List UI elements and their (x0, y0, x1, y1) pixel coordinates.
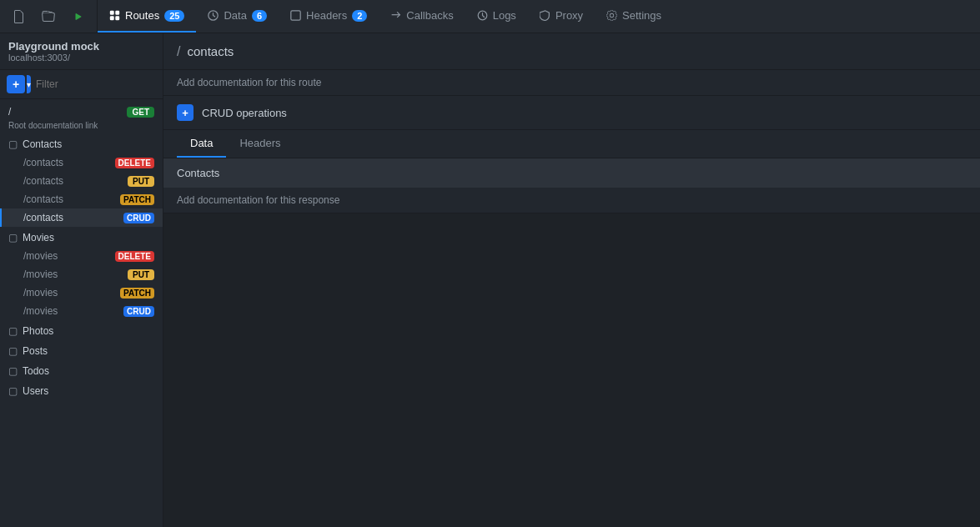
tab-settings-label: Settings (622, 9, 661, 22)
contacts-crud-badge: CRUD (123, 213, 154, 223)
svg-rect-1 (291, 11, 300, 20)
movies-put-badge: PUT (128, 269, 154, 280)
movies-patch-route[interactable]: /movies PATCH (0, 284, 163, 302)
todos-group: ▢ Todos (0, 362, 163, 380)
content-tab-data-label: Data (190, 137, 213, 149)
tab-data-badge: 6 (252, 10, 267, 22)
add-route-dropdown[interactable]: ▾ (27, 75, 31, 93)
response-section: Contacts Add documentation for this resp… (163, 158, 980, 213)
tab-routes-label: Routes (125, 9, 159, 22)
play-icon-btn[interactable] (67, 5, 90, 28)
movies-group-header[interactable]: ▢ Movies (0, 228, 163, 247)
sidebar: Playground mock localhost:3003/ + ▾ / GE… (0, 33, 163, 527)
contacts-delete-route[interactable]: /contacts DELETE (0, 153, 163, 172)
movies-put-label: /movies (23, 269, 58, 280)
contacts-group-label: Contacts (23, 138, 62, 150)
contacts-put-label: /contacts (23, 175, 63, 187)
tab-proxy[interactable]: Proxy (528, 0, 595, 33)
contacts-crud-label: /contacts (23, 212, 63, 223)
filter-input[interactable] (36, 78, 161, 90)
tab-settings[interactable]: Settings (595, 0, 673, 33)
movies-delete-badge: DELETE (115, 251, 154, 262)
contacts-patch-label: /contacts (23, 193, 63, 205)
tab-callbacks[interactable]: Callbacks (379, 0, 465, 33)
tab-data[interactable]: Data 6 (196, 0, 279, 33)
top-nav: Routes 25 Data 6 Headers 2 Callbacks Log… (0, 0, 980, 33)
route-doc-placeholder[interactable]: Add documentation for this route (163, 70, 980, 96)
movies-delete-route[interactable]: /movies DELETE (0, 247, 163, 265)
movies-delete-label: /movies (23, 250, 58, 262)
content-tab-headers-label: Headers (239, 137, 280, 149)
icon-group (0, 0, 98, 33)
main-layout: Playground mock localhost:3003/ + ▾ / GE… (0, 33, 980, 527)
route-slash: / (177, 44, 180, 59)
contacts-patch-badge: PATCH (120, 194, 154, 205)
response-doc-placeholder[interactable]: Add documentation for this response (163, 188, 980, 213)
tab-logs[interactable]: Logs (465, 0, 528, 33)
tab-logs-label: Logs (493, 9, 516, 22)
add-route-button[interactable]: + (7, 75, 25, 93)
content-tab-data[interactable]: Data (177, 130, 226, 158)
tab-callbacks-label: Callbacks (406, 9, 453, 22)
contacts-group-header[interactable]: ▢ Contacts (0, 135, 163, 153)
users-folder-icon: ▢ (8, 385, 18, 397)
users-group-header[interactable]: ▢ Users (0, 382, 163, 400)
movies-put-route[interactable]: /movies PUT (0, 265, 163, 284)
nav-tabs: Routes 25 Data 6 Headers 2 Callbacks Log… (98, 0, 980, 33)
photos-folder-icon: ▢ (8, 325, 18, 337)
route-name: contacts (187, 44, 234, 58)
root-route-item[interactable]: / GET (0, 103, 163, 121)
users-group: ▢ Users (0, 382, 163, 400)
content-area: / contacts Add documentation for this ro… (163, 33, 980, 527)
sidebar-tree: / GET Root documentation link ▢ Contacts… (0, 99, 163, 527)
contacts-delete-label: /contacts (23, 157, 63, 168)
contacts-delete-badge: DELETE (115, 158, 154, 168)
todos-group-label: Todos (23, 365, 49, 377)
file-icon-btn[interactable] (7, 5, 30, 28)
tab-routes[interactable]: Routes 25 (98, 0, 196, 33)
crud-section: + CRUD operations (163, 96, 980, 130)
content-tab-headers[interactable]: Headers (226, 130, 294, 158)
photos-group-label: Photos (23, 325, 53, 337)
crud-title: CRUD operations (202, 107, 287, 119)
contacts-crud-route[interactable]: /contacts CRUD (0, 208, 163, 227)
movies-group: ▢ Movies /movies DELETE /movies PUT /mov… (0, 228, 163, 320)
crud-header: + CRUD operations (163, 96, 980, 129)
root-route-badge: GET (127, 107, 154, 118)
movies-crud-route[interactable]: /movies CRUD (0, 302, 163, 320)
photos-group: ▢ Photos (0, 322, 163, 340)
tab-proxy-label: Proxy (555, 9, 583, 22)
posts-group-label: Posts (23, 345, 48, 357)
users-group-label: Users (23, 385, 48, 397)
crud-plus-button[interactable]: + (177, 104, 193, 121)
tab-headers-label: Headers (306, 9, 347, 22)
app-name: Playground mock (8, 40, 99, 53)
todos-group-header[interactable]: ▢ Todos (0, 362, 163, 380)
tab-headers[interactable]: Headers 2 (279, 0, 379, 33)
movies-group-label: Movies (23, 232, 54, 243)
movies-patch-badge: PATCH (120, 288, 154, 299)
content-route-header: / contacts (163, 33, 980, 70)
todos-folder-icon: ▢ (8, 365, 18, 377)
movies-folder-icon: ▢ (8, 232, 18, 243)
movies-crud-badge: CRUD (123, 306, 154, 317)
contacts-put-badge: PUT (128, 176, 154, 187)
movies-crud-label: /movies (23, 305, 58, 317)
app-url: localhost:3003/ (8, 53, 99, 63)
response-header: Contacts (163, 158, 980, 188)
sidebar-header: Playground mock localhost:3003/ (0, 33, 163, 70)
filter-bar: + ▾ (0, 70, 163, 99)
folder-icon-btn[interactable] (37, 5, 60, 28)
movies-patch-label: /movies (23, 287, 58, 299)
root-doc-link: Root documentation link (0, 121, 163, 133)
posts-group: ▢ Posts (0, 342, 163, 360)
tab-headers-badge: 2 (352, 10, 367, 22)
contacts-patch-route[interactable]: /contacts PATCH (0, 190, 163, 208)
content-tabs-row: Data Headers (163, 130, 980, 158)
contacts-folder-icon: ▢ (8, 138, 18, 150)
tab-routes-badge: 25 (164, 10, 184, 22)
contacts-group: ▢ Contacts /contacts DELETE /contacts PU… (0, 135, 163, 227)
posts-group-header[interactable]: ▢ Posts (0, 342, 163, 360)
photos-group-header[interactable]: ▢ Photos (0, 322, 163, 340)
contacts-put-route[interactable]: /contacts PUT (0, 172, 163, 190)
